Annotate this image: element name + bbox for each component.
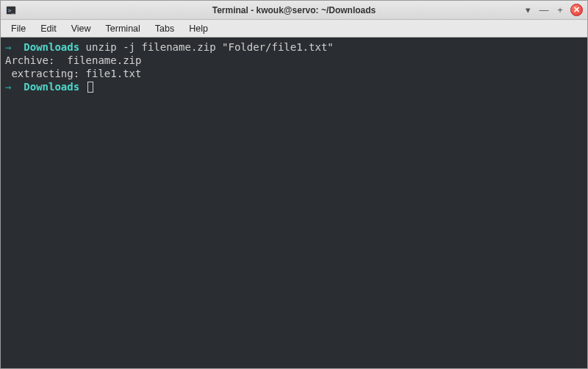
app-icon: >_	[5, 4, 17, 16]
menubar: File Edit View Terminal Tabs Help	[1, 20, 587, 37]
prompt-arrow-icon: →	[5, 41, 11, 53]
menu-tabs[interactable]: Tabs	[148, 21, 182, 36]
output-line: extracting: file1.txt	[5, 68, 141, 79]
prompt-cwd: Downloads	[24, 41, 79, 53]
window-title: Terminal - kwouk@servo: ~/Downloads	[212, 5, 376, 15]
menu-view[interactable]: View	[64, 21, 98, 36]
menu-help[interactable]: Help	[182, 21, 215, 36]
prompt-cwd: Downloads	[24, 81, 79, 93]
minimize-button[interactable]: ▾	[522, 4, 534, 16]
restore-button[interactable]: —	[538, 4, 550, 16]
svg-text:>_: >_	[8, 7, 15, 13]
close-button[interactable]: ✕	[570, 4, 583, 16]
prompt-arrow-icon: →	[5, 81, 11, 93]
output-line: Archive: filename.zip	[5, 54, 141, 66]
titlebar[interactable]: >_ Terminal - kwouk@servo: ~/Downloads ▾…	[1, 1, 587, 20]
menu-file[interactable]: File	[4, 21, 33, 36]
terminal-window: >_ Terminal - kwouk@servo: ~/Downloads ▾…	[0, 0, 588, 369]
menu-edit[interactable]: Edit	[33, 21, 64, 36]
maximize-button[interactable]: +	[554, 4, 566, 16]
menu-terminal[interactable]: Terminal	[98, 21, 148, 36]
window-controls: ▾ — + ✕	[522, 4, 583, 16]
command-line: unzip -j filename.zip "Folder/file1.txt"	[86, 41, 334, 53]
terminal-area[interactable]: → Downloads unzip -j filename.zip "Folde…	[1, 37, 587, 368]
cursor	[87, 82, 93, 93]
